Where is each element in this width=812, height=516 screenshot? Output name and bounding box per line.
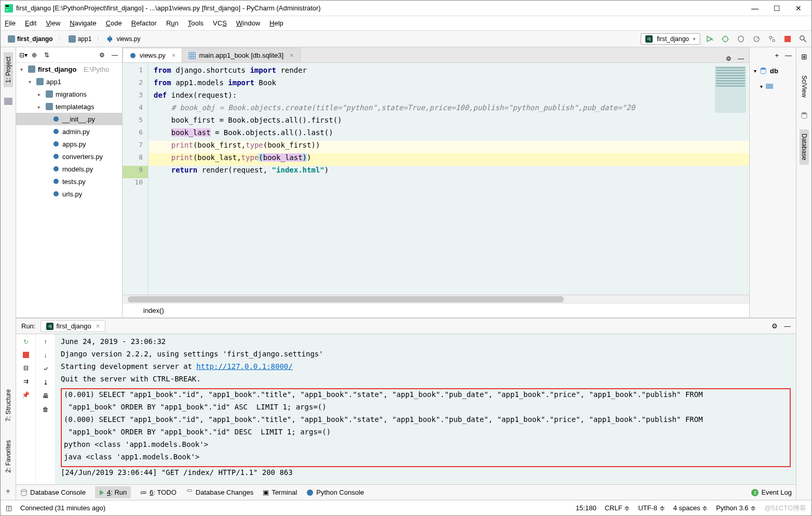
tree-file[interactable]: apps.py xyxy=(16,138,122,150)
tool-db-changes[interactable]: Database Changes xyxy=(186,488,253,496)
tree-file[interactable]: models.py xyxy=(16,163,122,175)
tool-todo[interactable]: ≔6: TODO xyxy=(140,488,177,496)
interpreter[interactable]: Python 3.6 ≑ xyxy=(716,504,756,512)
gear-icon[interactable]: ⚙ xyxy=(99,51,106,59)
stop-icon[interactable] xyxy=(23,352,29,358)
breadcrumb-root[interactable]: first_django xyxy=(5,34,56,44)
line-separator[interactable]: CRLF ≑ xyxy=(605,504,630,512)
breadcrumb-app1[interactable]: app1 xyxy=(65,34,95,44)
maximize-button[interactable]: ☐ xyxy=(773,5,780,12)
tree-file[interactable]: tests.py xyxy=(16,175,122,188)
coverage-button[interactable] xyxy=(737,35,745,43)
breadcrumb-file[interactable]: views.py xyxy=(104,34,143,44)
menu-navigate[interactable]: Navigate xyxy=(70,19,96,27)
tab-views[interactable]: views.py× xyxy=(123,48,182,62)
grid-icon[interactable]: ⊞ xyxy=(801,52,807,61)
menu-edit[interactable]: Edit xyxy=(25,19,36,27)
tab-db[interactable]: main.app1_book [db.sqlite3]× xyxy=(182,48,300,62)
run-config-selector[interactable]: dj first_django ▾ xyxy=(641,33,700,45)
star-icon[interactable]: ★ xyxy=(5,487,11,495)
tab-project[interactable]: 1: Project xyxy=(4,52,13,87)
down-icon[interactable]: ↓ xyxy=(44,352,47,359)
soft-wrap-icon[interactable]: ⤶ xyxy=(43,365,48,373)
menu-view[interactable]: View xyxy=(46,19,60,27)
concurrency-button[interactable] xyxy=(768,35,776,43)
chevron-right-icon: 〉 xyxy=(97,35,102,43)
menu-code[interactable]: Code xyxy=(106,19,122,27)
svg-point-13 xyxy=(53,179,59,184)
tool-python-console[interactable]: Python Console xyxy=(306,488,364,496)
app-icon xyxy=(5,4,13,12)
svg-point-4 xyxy=(723,36,728,42)
collapse-all-icon[interactable]: ⇅ xyxy=(44,51,51,59)
stop-button[interactable] xyxy=(783,35,792,43)
minimap[interactable] xyxy=(715,66,746,113)
menu-vcs[interactable]: VCS xyxy=(213,19,227,27)
db-node[interactable]: ▾db xyxy=(750,63,796,78)
tree-file[interactable]: converters.py xyxy=(16,150,122,163)
schema-node[interactable]: ▾ xyxy=(750,78,796,94)
tool-event-log[interactable]: 2Event Log xyxy=(751,488,792,496)
menu-refactor[interactable]: Refactor xyxy=(131,19,157,27)
minimize-button[interactable]: — xyxy=(751,5,759,12)
tab-database[interactable]: Database xyxy=(800,129,809,164)
run-label: Run: xyxy=(21,322,35,330)
gear-icon[interactable]: ⚙ xyxy=(726,55,732,62)
pin-icon[interactable]: 📌 xyxy=(22,391,30,399)
horizontal-scrollbar[interactable] xyxy=(123,295,749,303)
database-icon[interactable] xyxy=(801,112,808,119)
tree-file[interactable]: urls.py xyxy=(16,188,122,200)
status-icon[interactable]: ◫ xyxy=(6,504,12,512)
close-icon[interactable]: × xyxy=(290,51,294,59)
encoding[interactable]: UTF-8 ≑ xyxy=(638,504,665,512)
select-opened-icon[interactable]: ⊟▾ xyxy=(19,51,26,59)
menu-file[interactable]: File xyxy=(5,19,16,27)
rerun-icon[interactable]: ↻ xyxy=(23,338,29,346)
tab-favorites[interactable]: 2: Favorites xyxy=(4,436,13,477)
debug-button[interactable] xyxy=(721,35,729,43)
project-tree[interactable]: ▾first_django E:\Pytho ▾app1 ▸migrations… xyxy=(16,63,122,317)
up-icon[interactable]: ↑ xyxy=(44,338,47,346)
menu-help[interactable]: Help xyxy=(269,19,283,27)
tab-structure[interactable]: 7: Structure xyxy=(4,385,13,426)
scroll-from-source-icon[interactable]: ⊕ xyxy=(32,51,39,59)
chevron-down-icon: ▾ xyxy=(693,36,696,42)
tab-sciview[interactable]: SciView xyxy=(800,71,809,101)
tree-file[interactable]: admin.py xyxy=(16,125,122,138)
code-editor[interactable]: 12345678910 from django.shortcuts import… xyxy=(123,63,749,295)
menu-tools[interactable]: Tools xyxy=(188,19,204,27)
hide-icon[interactable]: — xyxy=(112,51,119,59)
menu-run[interactable]: Run xyxy=(166,19,179,27)
hide-icon[interactable]: — xyxy=(738,55,744,62)
add-icon[interactable]: + xyxy=(775,51,779,59)
settings-icon[interactable]: ⇉ xyxy=(23,378,29,385)
folder-icon[interactable] xyxy=(4,98,12,105)
indent[interactable]: 4 spaces ≑ xyxy=(673,504,708,512)
editor-area: views.py× main.app1_book [db.sqlite3]× ⚙… xyxy=(123,47,749,317)
scroll-end-icon[interactable]: ⤓ xyxy=(43,379,48,386)
tool-db-console[interactable]: Database Console xyxy=(20,488,86,496)
run-tab[interactable]: djfirst_django× xyxy=(40,320,105,332)
run-button[interactable] xyxy=(706,35,714,43)
svg-rect-1 xyxy=(6,5,9,7)
menu-window[interactable]: Window xyxy=(236,19,260,27)
close-icon[interactable]: × xyxy=(172,51,176,59)
print-icon[interactable]: 🖶 xyxy=(43,392,49,400)
console-output[interactable]: June 24, 2019 - 23:06:32 Django version … xyxy=(56,334,796,484)
svg-point-17 xyxy=(761,68,766,70)
close-button[interactable]: ✕ xyxy=(795,5,802,12)
trash-icon[interactable]: 🗑 xyxy=(43,406,49,413)
hide-icon[interactable]: — xyxy=(784,322,791,330)
search-button[interactable] xyxy=(799,35,807,43)
server-url-link[interactable]: http://127.0.0.1:8000/ xyxy=(196,362,292,371)
hide-icon[interactable]: — xyxy=(785,51,792,59)
layout-icon[interactable]: ⊟ xyxy=(23,364,29,372)
caret-position[interactable]: 15:180 xyxy=(576,504,597,512)
editor-breadcrumb[interactable]: index() xyxy=(123,303,749,317)
gear-icon[interactable]: ⚙ xyxy=(772,322,778,330)
tool-run[interactable]: 4: Run xyxy=(95,486,131,498)
close-icon[interactable]: × xyxy=(96,322,100,330)
tree-file-init[interactable]: __init__.py xyxy=(16,113,122,125)
profile-button[interactable] xyxy=(752,35,761,43)
tool-terminal[interactable]: ▣Terminal xyxy=(263,488,297,496)
